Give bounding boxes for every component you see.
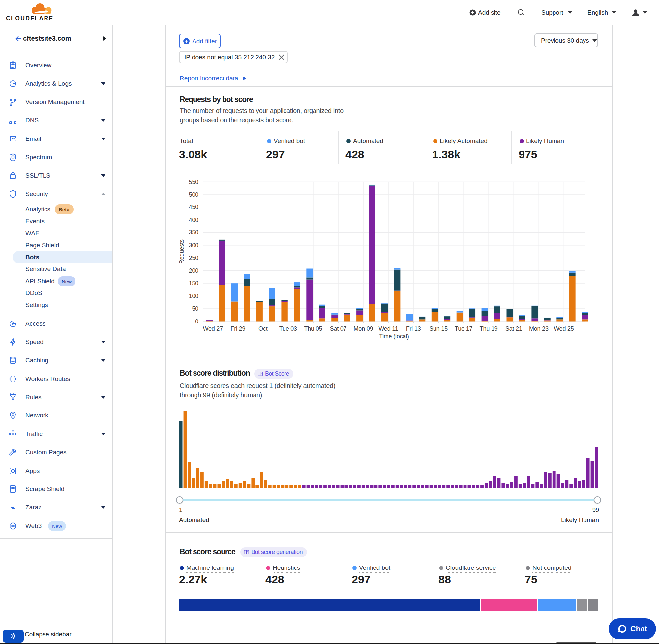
svg-text:200: 200 — [189, 268, 198, 274]
svg-text:Tue 03: Tue 03 — [279, 325, 297, 332]
svg-text:250: 250 — [189, 255, 198, 261]
svg-text:400: 400 — [189, 217, 198, 223]
svg-text:350: 350 — [189, 229, 198, 236]
svg-text:Wed 11: Wed 11 — [378, 325, 398, 332]
svg-text:Requests: Requests — [178, 239, 185, 264]
svg-text:Sat 07: Sat 07 — [330, 325, 347, 332]
svg-text:Oct: Oct — [258, 325, 268, 332]
svg-text:50: 50 — [192, 305, 199, 312]
svg-text:Wed 25: Wed 25 — [554, 325, 574, 332]
svg-text:Fri 29: Fri 29 — [231, 325, 245, 332]
svg-text:0: 0 — [195, 318, 198, 325]
svg-text:500: 500 — [189, 191, 198, 198]
svg-text:Thu 05: Thu 05 — [304, 325, 322, 332]
svg-text:550: 550 — [189, 179, 198, 185]
svg-text:Sun 15: Sun 15 — [429, 325, 448, 332]
svg-text:Mon 23: Mon 23 — [529, 325, 548, 332]
svg-text:150: 150 — [189, 280, 198, 286]
svg-text:Tue 17: Tue 17 — [455, 325, 472, 332]
svg-text:Fri 13: Fri 13 — [406, 325, 421, 332]
svg-text:300: 300 — [189, 242, 198, 249]
svg-text:Sat 21: Sat 21 — [505, 325, 522, 332]
svg-text:100: 100 — [189, 293, 198, 299]
svg-text:Mon 09: Mon 09 — [354, 325, 373, 332]
svg-text:450: 450 — [189, 204, 198, 210]
svg-text:Time (local): Time (local) — [379, 333, 409, 340]
svg-text:Thu 19: Thu 19 — [480, 325, 498, 332]
svg-text:Wed 27: Wed 27 — [203, 325, 223, 332]
